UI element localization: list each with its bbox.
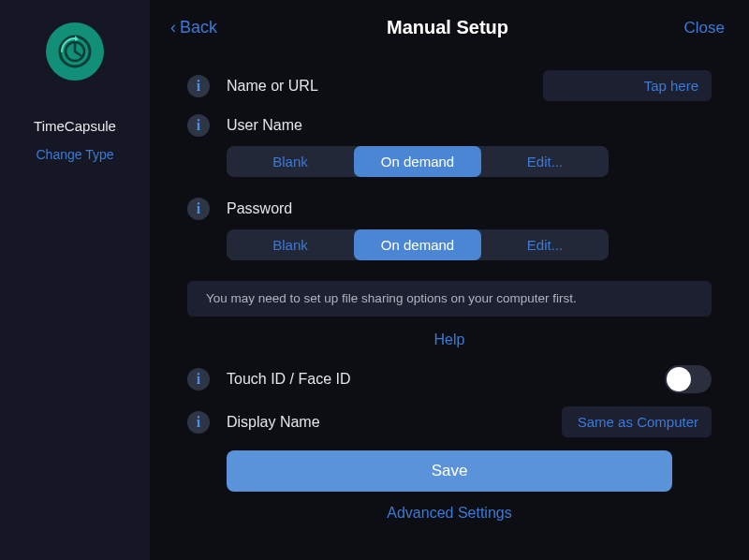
info-icon[interactable]: i — [187, 75, 210, 97]
password-label: Password — [227, 200, 712, 217]
username-segmented: Blank On demand Edit... — [227, 146, 609, 177]
touchid-toggle[interactable] — [665, 365, 712, 393]
back-button[interactable]: ‹ Back — [170, 18, 283, 37]
info-icon[interactable]: i — [187, 368, 210, 391]
password-segmented: Blank On demand Edit... — [227, 229, 609, 260]
content: i Name or URL Tap here i User Name Blank… — [150, 48, 749, 560]
change-type-link[interactable]: Change Type — [36, 147, 113, 162]
displayname-label: Display Name — [227, 414, 562, 431]
sidebar: TimeCapsule Change Type — [0, 0, 150, 560]
page-title: Manual Setup — [283, 17, 612, 38]
name-url-row: i Name or URL Tap here — [187, 70, 712, 101]
displayname-row: i Display Name Same as Computer — [187, 406, 712, 437]
name-url-input[interactable]: Tap here — [543, 70, 712, 101]
advanced-settings-link[interactable]: Advanced Settings — [187, 505, 712, 527]
password-ondemand-option[interactable]: On demand — [354, 229, 481, 260]
name-url-label: Name or URL — [227, 78, 543, 95]
save-button[interactable]: Save — [227, 450, 672, 492]
password-blank-option[interactable]: Blank — [227, 229, 354, 260]
main-panel: ‹ Back Manual Setup Close i Name or URL … — [150, 0, 749, 560]
close-button[interactable]: Close — [612, 19, 725, 37]
info-icon[interactable]: i — [187, 114, 210, 137]
touchid-row: i Touch ID / Face ID — [187, 365, 712, 393]
toggle-knob — [667, 367, 691, 391]
username-blank-option[interactable]: Blank — [227, 146, 354, 177]
time-machine-icon — [46, 22, 104, 81]
sidebar-title: TimeCapsule — [34, 118, 116, 134]
header: ‹ Back Manual Setup Close — [150, 0, 749, 48]
sharing-note: You may need to set up file sharing opti… — [187, 281, 712, 317]
touchid-label: Touch ID / Face ID — [227, 371, 665, 388]
displayname-input[interactable]: Same as Computer — [562, 406, 712, 437]
info-icon[interactable]: i — [187, 198, 210, 220]
username-edit-option[interactable]: Edit... — [481, 146, 609, 177]
username-row: i User Name — [187, 114, 712, 137]
help-link[interactable]: Help — [187, 332, 712, 348]
password-edit-option[interactable]: Edit... — [481, 229, 609, 260]
chevron-left-icon: ‹ — [170, 18, 176, 37]
info-icon[interactable]: i — [187, 411, 210, 434]
back-label: Back — [180, 18, 217, 37]
username-label: User Name — [227, 117, 712, 134]
password-row: i Password — [187, 198, 712, 220]
username-ondemand-option[interactable]: On demand — [354, 146, 481, 177]
